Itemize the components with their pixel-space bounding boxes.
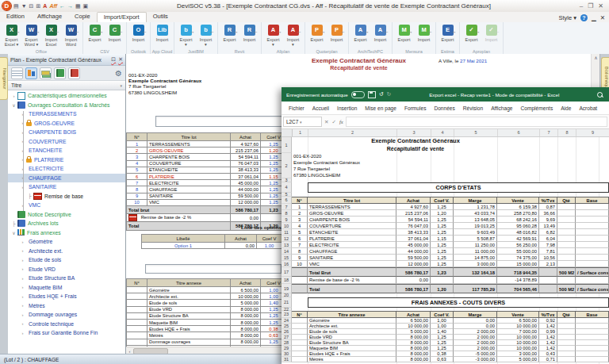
lot-row[interactable]: 8CHAUFFAGE44 000,001,25 <box>127 186 287 193</box>
excel-corps-row[interactable]: 12 6PLATRERIE37 061,04 1,155 508,8742 56… <box>282 236 609 242</box>
excel-tab[interactable]: Insertion <box>333 104 361 113</box>
excel-tab[interactable]: Mise en page <box>361 104 400 113</box>
lot-row[interactable]: 9SANITAIRE59 500,001,25 <box>127 193 287 199</box>
excel-corps-row[interactable]: 14 8CHAUFFAGE44 000,00 1,2511 000,0055 0… <box>282 248 609 255</box>
red-book-icon[interactable] <box>68 67 80 79</box>
minimize-button[interactable]: – <box>580 2 583 10</box>
tree-item[interactable]: ›Métrés <box>8 301 125 311</box>
tree-item[interactable]: ›Etude Structure BA <box>8 274 125 283</box>
menu-item[interactable]: Import/Export <box>97 12 147 22</box>
tree-item[interactable]: ›Etude de sols <box>8 255 125 265</box>
select-all-corner[interactable] <box>282 129 293 136</box>
restore-button[interactable]: ❐ <box>588 2 593 10</box>
annex-row[interactable]: Etudes HQE + Frais8 000,000,38 <box>127 326 287 332</box>
excel-corps-row[interactable]: 10 4COUVERTURE76 047,03 1,2519 013,2595 … <box>282 223 609 229</box>
lot-row[interactable]: 3CHARPENTE BOIS54 594,111,25 <box>127 154 287 160</box>
tree-item[interactable]: ›CHARPENTE BOIS <box>8 128 125 137</box>
tree-item[interactable]: ›Maquette BIM <box>8 283 125 293</box>
open-icon[interactable]: ▼ <box>21 2 27 10</box>
excel-annex-row[interactable]: 30 Etudes HQE + Frais8 000,00 0,38-5 000… <box>282 351 609 357</box>
tree-item[interactable]: ∨Frais annexes <box>8 228 125 238</box>
lot-row[interactable]: 2GROS-OEUVRE215 237,061,20 <box>127 148 287 154</box>
ribbon-button[interactable]: O←Import <box>129 24 147 48</box>
ribbon-button[interactable]: b←Import▾ <box>197 24 215 48</box>
tree-item[interactable]: ›Controle technique <box>8 320 125 329</box>
annex-row[interactable]: Etude Structure BA8 000,001,25 <box>127 312 287 319</box>
tree-item[interactable]: ›ETANCHEITE <box>8 146 125 155</box>
layout-icon[interactable]: ▣ <box>83 2 89 10</box>
tree-item[interactable]: ›Dommage ouvrages <box>8 310 125 320</box>
close-button[interactable]: ✕ <box>598 2 603 10</box>
name-box[interactable]: L2C7 ▾ <box>283 117 322 127</box>
annex-row[interactable]: Dommage ouvrages8 000,001,25 <box>127 339 287 345</box>
excel-annex-row[interactable]: 26 Etude de sols5 000,00 1,402 000,007 0… <box>282 329 609 335</box>
annex-row[interactable]: Architecte ext.10 000,001,00 <box>127 293 287 300</box>
excel-annex-row[interactable]: 28 Etude Structure BA8 000,00 1,252 000,… <box>282 340 609 346</box>
help-icon[interactable]: ? <box>580 14 588 21</box>
annex-row[interactable]: Maquette BIM8 000,001,25 <box>127 319 287 325</box>
ribbon-button[interactable]: A→Export <box>351 24 370 48</box>
excel-tab[interactable]: Révision <box>459 104 487 113</box>
ribbon-button[interactable]: M→Export <box>395 24 413 48</box>
lot-row[interactable]: 4COUVERTURE76 047,031,25 <box>127 160 287 167</box>
tree-item[interactable]: ›Caractéristiques dimensionnelles <box>8 91 125 101</box>
doc-close-button[interactable]: ✕ <box>600 14 605 21</box>
navigator-side-tab[interactable]: Navigateur <box>0 57 8 100</box>
tree-item[interactable]: ∨Ouvrages Consultation & Marchés <box>8 101 125 110</box>
ribbon-button[interactable]: C←Import <box>105 24 124 48</box>
excel-tab[interactable]: Fichier <box>285 104 308 113</box>
annex-row[interactable]: Métrés8 000,000,63 <box>127 332 287 339</box>
excel-corps-row[interactable]: 8 2GROS-OEUVRE215 237,06 1,2043 033,7425… <box>282 210 609 216</box>
tree-item[interactable]: ›SANITAIRE <box>8 182 125 192</box>
tree-item[interactable]: ›CHAUFFAGE <box>8 174 125 183</box>
aff-icon[interactable]: Aff <box>49 2 57 10</box>
ribbon-button[interactable]: C→Export <box>86 24 104 48</box>
menu-item[interactable]: Copie <box>68 12 97 22</box>
excel-tab[interactable]: Accueil <box>308 104 333 113</box>
lot-row[interactable]: 7ELECTRICITE45 000,001,25 <box>127 180 287 186</box>
ribbon-button[interactable]: A←Import <box>371 24 389 48</box>
tree-column-header[interactable]: Titre ▾ <box>8 81 125 90</box>
ribbon-button[interactable]: A→Export▾ <box>264 24 282 48</box>
option-row[interactable]: Option 10,001,00 <box>142 243 282 249</box>
menu-item[interactable]: Affichage <box>31 12 68 22</box>
back-icon[interactable]: ← <box>59 2 65 10</box>
cancel-icon[interactable]: ✕ <box>324 119 329 125</box>
tree-item[interactable]: ›Frais sur Garantie Bonne Fin <box>8 328 125 338</box>
column-header[interactable]: 9 <box>576 129 609 136</box>
doc-minimize-button[interactable]: ▁ <box>592 14 596 21</box>
column-header[interactable]: 4 <box>431 129 454 136</box>
ribbon-button[interactable]: W→ExportWord ▾ <box>22 24 40 48</box>
tree-item[interactable]: ›Etudes HQE + Frais <box>8 292 125 301</box>
green-book-icon[interactable] <box>54 67 66 79</box>
ribbon-button[interactable]: ✓→Export <box>462 24 481 48</box>
ribbon-button[interactable]: R←Import <box>240 24 259 48</box>
ribbon-button[interactable]: P→Export <box>308 24 326 48</box>
print-icon[interactable]: ⊟ <box>29 2 34 10</box>
tree-item[interactable]: ›Géomètre <box>8 237 125 247</box>
search-icon[interactable] <box>597 92 603 98</box>
redo-icon[interactable]: ↻ <box>387 91 392 98</box>
tree-item[interactable]: ›COUVERTURE <box>8 137 125 147</box>
excel-tab[interactable]: Acrobat <box>575 104 601 113</box>
doc-empty-field-2[interactable] <box>145 264 282 274</box>
lot-row[interactable]: 5ETANCHEITE38 413,331,25 <box>127 167 287 173</box>
menu-item[interactable]: Outils <box>147 12 174 22</box>
column-header[interactable]: 8 <box>558 129 576 136</box>
ribbon-button[interactable]: ✓←Import <box>482 24 500 48</box>
ribbon-button[interactable]: b→Export▾ <box>177 24 195 48</box>
annex-row[interactable]: Etude VRD8 000,001,25 <box>127 306 287 312</box>
gear-icon[interactable]: ⚙ <box>115 68 122 79</box>
excel-tab[interactable]: Formules <box>400 104 430 113</box>
excel-tab[interactable]: Affichage <box>487 104 516 113</box>
column-header[interactable]: 5 <box>454 129 498 136</box>
pdf-icon[interactable]: A <box>43 2 47 10</box>
excel-corps-row[interactable]: 16 10VMC12 000,00 1,253 000,0015 000,00 … <box>282 261 609 267</box>
forward-icon[interactable]: → <box>67 2 73 10</box>
excel-annex-row[interactable]: 29 Maquette BIM8 000,00 1,252 000,0010 0… <box>282 346 609 351</box>
column-header[interactable]: 7 <box>540 129 558 136</box>
ribbon-button[interactable]: M←Import <box>415 24 433 48</box>
tree-item[interactable]: ›TERRASSEMENTS <box>8 109 125 119</box>
tree-item[interactable]: ›PLATRERIE <box>8 155 125 165</box>
excel-corps-row[interactable]: 9 3CHARPENTE BOIS54 594,11 1,2513 648,05… <box>282 216 609 223</box>
